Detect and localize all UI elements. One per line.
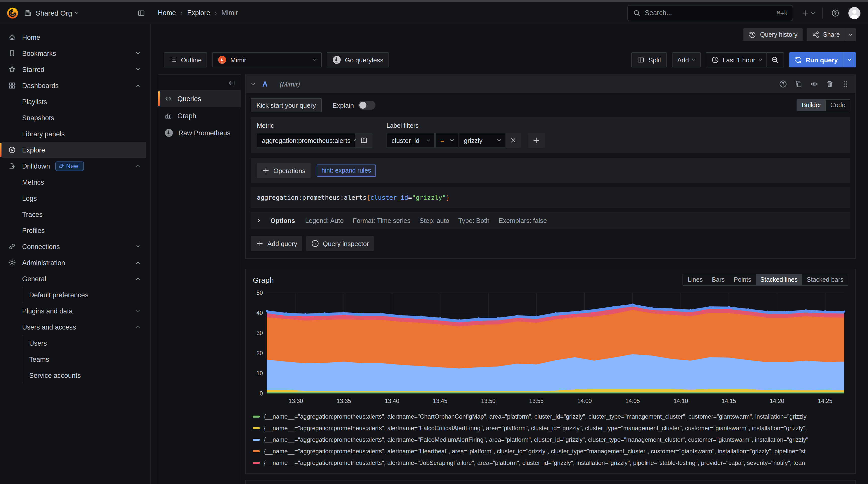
filter-label-select[interactable]: cluster_id bbox=[386, 133, 435, 148]
options-row[interactable]: Options Legend: AutoFormat: Time seriesS… bbox=[251, 212, 850, 229]
sidebar-item-label: Service accounts bbox=[29, 372, 81, 379]
sidebar-item-metrics[interactable]: Metrics bbox=[2, 174, 146, 190]
stacked-area-chart[interactable]: 0102030405013:3013:3513:4013:4513:5013:5… bbox=[246, 288, 856, 408]
kick-start-button[interactable]: Kick start your query bbox=[251, 98, 321, 112]
breadcrumb-separator: › bbox=[215, 9, 217, 17]
duplicate-query-icon[interactable] bbox=[795, 80, 803, 88]
add-filter-button[interactable] bbox=[528, 133, 545, 148]
run-query-button[interactable]: Run query bbox=[789, 52, 843, 67]
sidebar-item-home[interactable]: Home bbox=[2, 29, 146, 45]
share-button[interactable]: Share bbox=[806, 28, 845, 41]
sidebar-item-playlists[interactable]: Playlists bbox=[2, 93, 146, 110]
filter-op-select[interactable]: = bbox=[435, 133, 458, 148]
query-inspector-button[interactable]: Query inspector bbox=[306, 236, 374, 251]
editor-mode-code[interactable]: Code bbox=[826, 99, 850, 111]
graph-style-lines[interactable]: Lines bbox=[683, 274, 707, 285]
outline-button[interactable]: Outline bbox=[164, 52, 207, 67]
explain-toggle[interactable] bbox=[359, 101, 375, 110]
breadcrumb-item-explore[interactable]: Explore bbox=[187, 9, 210, 17]
zoom-out-button[interactable] bbox=[766, 53, 783, 67]
explore-toolbar: Outline Mimir Go queryless Split bbox=[164, 52, 856, 67]
svg-text:30: 30 bbox=[256, 330, 263, 336]
sidebar-item-connections[interactable]: Connections bbox=[2, 238, 146, 255]
option-meta: Step: auto bbox=[420, 217, 449, 224]
run-query-dropdown-button[interactable] bbox=[843, 52, 856, 67]
help-button[interactable] bbox=[829, 6, 842, 19]
sidebar-item-administration[interactable]: Administration bbox=[2, 255, 146, 271]
hint-expand-rules-link[interactable]: hint: expand rules bbox=[316, 165, 376, 177]
share-label: Share bbox=[823, 31, 840, 38]
graph-style-bars[interactable]: Bars bbox=[707, 274, 729, 285]
collapse-outline-button[interactable] bbox=[158, 75, 241, 90]
graph-style-points[interactable]: Points bbox=[729, 274, 756, 285]
sidebar-item-bookmarks[interactable]: Bookmarks bbox=[2, 45, 146, 61]
split-button[interactable]: Split bbox=[631, 52, 667, 67]
datasource-picker[interactable]: Mimir bbox=[212, 52, 322, 67]
sidebar-item-users-and-access[interactable]: Users and access bbox=[2, 319, 146, 335]
metric-select[interactable]: aggregation:prometheus:alerts bbox=[257, 133, 355, 148]
sidebar-item-default-preferences[interactable]: Default preferences bbox=[2, 287, 146, 303]
explore-nav-raw-prometheus[interactable]: Raw Prometheus bbox=[158, 124, 241, 141]
chevron-up-icon bbox=[136, 278, 140, 281]
bookmark-icon bbox=[8, 49, 16, 57]
toggle-visibility-icon[interactable] bbox=[810, 80, 818, 88]
time-range-label: Last 1 hour bbox=[722, 56, 755, 64]
query-datasource-hint: (Mimir) bbox=[280, 80, 300, 88]
add-button[interactable]: Add bbox=[672, 52, 701, 67]
avatar[interactable] bbox=[848, 6, 861, 19]
graph-style-stacked-lines[interactable]: Stacked lines bbox=[756, 274, 802, 285]
explore-nav-graph[interactable]: Graph bbox=[158, 107, 241, 124]
editor-mode-toggle: BuilderCode bbox=[797, 99, 850, 111]
query-help-icon[interactable] bbox=[779, 80, 787, 88]
sidebar-item-snapshots[interactable]: Snapshots bbox=[2, 110, 146, 126]
time-range-button[interactable]: Last 1 hour bbox=[706, 53, 766, 67]
sidebar-item-traces[interactable]: Traces bbox=[2, 206, 146, 222]
legend-series-label: {__name__="aggregation:prometheus:alerts… bbox=[264, 448, 806, 455]
legend-swatch bbox=[253, 438, 260, 440]
sidebar-item-plugins-and-data[interactable]: Plugins and data bbox=[2, 303, 146, 319]
explore-content-outline: QueriesGraphRaw Prometheus bbox=[158, 75, 241, 484]
new-menu-button[interactable] bbox=[799, 7, 816, 19]
org-switcher[interactable]: Shared Org bbox=[24, 9, 78, 17]
sidebar-item-teams[interactable]: Teams bbox=[2, 351, 146, 367]
dock-menu-button[interactable] bbox=[135, 6, 148, 19]
legend-item[interactable]: {__name__="aggregation:prometheus:alerts… bbox=[253, 445, 848, 457]
search-input[interactable]: Search... ⌘+k bbox=[627, 5, 793, 21]
sidebar-item-drilldown[interactable]: DrilldownNew! bbox=[2, 158, 146, 174]
filter-value-select[interactable]: grizzly bbox=[459, 133, 505, 148]
drag-handle-icon[interactable] bbox=[841, 80, 849, 88]
query-row-header[interactable]: A (Mimir) bbox=[246, 75, 856, 93]
editor-mode-builder[interactable]: Builder bbox=[797, 99, 826, 111]
add-query-button[interactable]: Add query bbox=[251, 236, 302, 251]
sidebar-item-service-accounts[interactable]: Service accounts bbox=[2, 367, 146, 383]
sidebar-item-dashboards[interactable]: Dashboards bbox=[2, 78, 146, 93]
graph-style-stacked-bars[interactable]: Stacked bars bbox=[802, 274, 848, 285]
query-history-button[interactable]: Query history bbox=[744, 28, 803, 41]
panel-toggle-icon bbox=[137, 9, 145, 17]
remove-filter-button[interactable] bbox=[506, 133, 521, 148]
share-dropdown-button[interactable] bbox=[845, 28, 856, 41]
sidebar-item-users[interactable]: Users bbox=[2, 335, 146, 351]
query-row-actions bbox=[779, 80, 849, 88]
legend-item[interactable]: {__name__="aggregation:prometheus:alerts… bbox=[253, 410, 848, 422]
sidebar-item-profiles[interactable]: Profiles bbox=[2, 222, 146, 238]
operations-button[interactable]: Operations bbox=[257, 163, 310, 178]
delete-query-icon[interactable] bbox=[826, 80, 834, 88]
legend-item[interactable]: {__name__="aggregation:prometheus:alerts… bbox=[253, 457, 848, 468]
sidebar-item-general[interactable]: General bbox=[2, 271, 146, 287]
legend-item[interactable]: {__name__="aggregation:prometheus:alerts… bbox=[253, 422, 848, 434]
go-queryless-button[interactable]: Go queryless bbox=[327, 52, 389, 67]
sidebar-item-library-panels[interactable]: Library panels bbox=[2, 126, 146, 142]
breadcrumb-item-home[interactable]: Home bbox=[158, 9, 176, 17]
sidebar-item-starred[interactable]: Starred bbox=[2, 61, 146, 78]
sidebar-item-logs[interactable]: Logs bbox=[2, 190, 146, 206]
zoom-out-icon bbox=[771, 56, 779, 64]
explore-nav-queries[interactable]: Queries bbox=[158, 90, 241, 107]
grafana-logo-icon[interactable] bbox=[6, 6, 19, 19]
explore-body: QueriesGraphRaw Prometheus A (Mimir) bbox=[158, 75, 856, 484]
svg-text:14:00: 14:00 bbox=[577, 398, 592, 404]
legend-item[interactable]: {__name__="aggregation:prometheus:alerts… bbox=[253, 434, 848, 445]
metrics-explorer-button[interactable] bbox=[355, 133, 372, 148]
sidebar-item-explore[interactable]: Explore bbox=[2, 142, 146, 158]
svg-text:14:10: 14:10 bbox=[674, 398, 688, 404]
